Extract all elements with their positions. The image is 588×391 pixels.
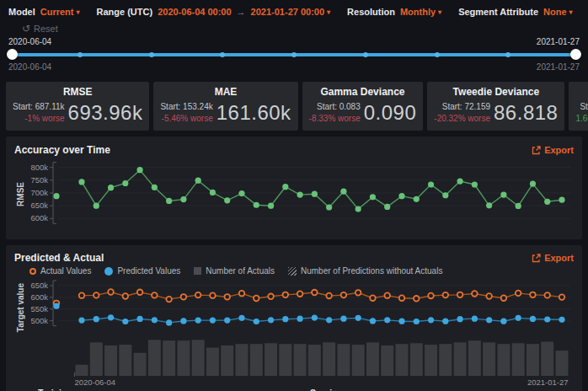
range-selector-group: Range (UTC) 2020-06-04 00:00 → 2021-01-2… [97, 7, 331, 17]
chart-legend: Actual Values Predicted Values Number of… [14, 264, 574, 276]
slider-tick-dot [291, 52, 297, 57]
panel-title: Predicted & Actual [14, 252, 104, 264]
svg-text:550k: 550k [30, 304, 48, 313]
metric-name: MAE [160, 86, 291, 98]
accuracy-line-chart[interactable]: 600k650k700k750k800k [26, 157, 574, 231]
resolution-dropdown[interactable]: Monthly▾ [400, 7, 441, 17]
metric-start-value: Start: 687.11k [13, 101, 65, 113]
segment-attribute-dropdown[interactable]: None▾ [543, 7, 573, 17]
panel-title: Accuracy over Time [14, 144, 110, 156]
metric-card-r-squared: R Squared Start: 0.671 1.66% better 0.68… [569, 82, 588, 131]
metric-current-value: 86.818 [494, 101, 558, 125]
slider-handle-end[interactable] [570, 49, 581, 60]
slider-tick-dot [149, 52, 154, 57]
svg-text:800k: 800k [30, 163, 48, 172]
legend-item-number-of-actuals[interactable]: Number of Actuals [194, 266, 275, 276]
metric-name: RMSE [13, 86, 142, 98]
square-marker-icon [194, 267, 201, 275]
legend-item-predicted-values[interactable]: Predicted Values [104, 266, 180, 276]
model-dropdown[interactable]: Current▾ [40, 7, 80, 17]
predicted-actual-line-chart[interactable]: 500k550k600k650k [26, 276, 574, 339]
metric-card-mae: MAE Start: 153.24k -5.46% worse 161.60k [153, 82, 297, 131]
range-label: Range (UTC) [97, 7, 153, 17]
date-range-slider: 2020-06-04 2021-01-27 2020-06-04 2021-01… [0, 37, 588, 73]
metric-start-value: Start: 72.159 [442, 101, 490, 113]
resolution-label: Resolution [347, 7, 395, 17]
metric-current-value: 161.60k [216, 101, 291, 125]
y-axis-title: Target value [14, 276, 26, 339]
slider-start-sub-label: 2020-06-04 [8, 62, 51, 73]
chevron-down-icon: ▾ [569, 8, 573, 16]
range-start-value[interactable]: 2020-06-04 00:00 [158, 7, 231, 17]
segment-attribute-group: Segment Attribute None▾ [458, 7, 572, 17]
slider-tick-dot [220, 52, 225, 57]
ring-marker-icon [29, 268, 36, 275]
slider-track-row [8, 50, 580, 60]
undo-icon: ↺ [22, 23, 30, 35]
spacer [14, 339, 26, 388]
accuracy-over-time-panel: Accuracy over Time Export RMSE 600k650k7… [6, 137, 582, 239]
metric-current-value: 693.96k [68, 101, 143, 125]
svg-text:600k: 600k [30, 213, 48, 222]
range-end-dropdown[interactable]: 2021-01-27 00:00▾ [251, 7, 330, 17]
dot-marker-icon [104, 267, 113, 276]
metric-delta: -1% worse [24, 113, 64, 125]
metric-card-tweedie-deviance: Tweedie Deviance Start: 72.159 -20.32% w… [427, 82, 564, 131]
export-button[interactable]: Export [532, 253, 574, 263]
reset-row: ↺ Reset [0, 22, 588, 35]
slider-end-label: 2021-01-27 [537, 37, 580, 48]
metric-start-value: Start: 153.24k [160, 101, 212, 113]
slider-tick-dot [505, 52, 510, 57]
chevron-down-icon: ▾ [438, 8, 441, 16]
toolbar: Model Current▾ Range (UTC) 2020-06-04 00… [0, 0, 588, 19]
metric-start-value: Start: 0.671 [580, 101, 588, 113]
slider-start-label: 2020-06-04 [8, 37, 51, 48]
svg-text:700k: 700k [30, 188, 48, 197]
segment-attribute-label: Segment Attribute [458, 7, 538, 17]
chevron-down-icon: ▾ [77, 8, 80, 16]
actuals-volume-bar-chart[interactable]: 2020-06-042021-01-27 [26, 339, 574, 388]
metric-delta: -8.33% worse [309, 113, 361, 125]
slider-handle-start[interactable] [7, 49, 18, 60]
svg-text:500k: 500k [30, 316, 48, 325]
slider-tick-dot [78, 52, 83, 57]
metric-card-gamma-deviance: Gamma Deviance Start: 0.083 -8.33% worse… [302, 82, 424, 131]
y-axis-title: RMSE [14, 157, 26, 231]
metric-start-value: Start: 0.083 [317, 101, 361, 113]
metric-name: Tweedie Deviance [434, 86, 558, 98]
accuracy-dashboard: Model Current▾ Range (UTC) 2020-06-04 00… [0, 0, 588, 391]
metric-delta: -20.32% worse [434, 113, 490, 125]
chevron-down-icon: ▾ [327, 8, 330, 16]
resolution-selector-group: Resolution Monthly▾ [347, 7, 441, 17]
svg-text:2020-06-04: 2020-06-04 [75, 378, 116, 387]
export-icon [532, 254, 541, 263]
training-zone-label: Training [38, 388, 72, 391]
svg-text:600k: 600k [30, 292, 48, 302]
predicted-actual-panel: Predicted & Actual Export Actual Values … [6, 245, 582, 391]
svg-text:650k: 650k [30, 201, 48, 210]
metric-name: R Squared [575, 86, 588, 98]
range-arrow-icon: → [237, 7, 246, 17]
legend-item-actual-values[interactable]: Actual Values [29, 266, 91, 276]
svg-text:2021-01-27: 2021-01-27 [527, 378, 569, 387]
legend-item-predictions-without-actuals[interactable]: Number of Predictions without Actuals [288, 266, 442, 276]
slider-end-sub-label: 2021-01-27 [537, 62, 580, 73]
metric-card-rmse: RMSE Start: 687.11k -1% worse 693.96k [6, 82, 149, 131]
scoring-zone-label: Scoring [310, 388, 343, 391]
svg-text:750k: 750k [30, 175, 48, 185]
slider-dots [8, 50, 580, 60]
model-selector-group: Model Current▾ [8, 7, 80, 17]
slider-tick-dot [363, 52, 368, 57]
hatch-marker-icon [288, 267, 297, 276]
metric-delta: 1.66% better [575, 113, 588, 125]
metric-name: Gamma Deviance [309, 86, 417, 98]
model-label: Model [8, 7, 35, 17]
metric-delta: -5.46% worse [162, 113, 213, 125]
metric-cards: RMSE Start: 687.11k -1% worse 693.96k MA… [6, 82, 582, 131]
export-button[interactable]: Export [532, 145, 574, 155]
svg-text:650k: 650k [30, 281, 48, 290]
export-icon [532, 146, 541, 155]
reset-button[interactable]: ↺ Reset [22, 23, 58, 35]
metric-current-value: 0.090 [364, 101, 417, 125]
timeline-zones: Training Scoring [14, 388, 574, 391]
